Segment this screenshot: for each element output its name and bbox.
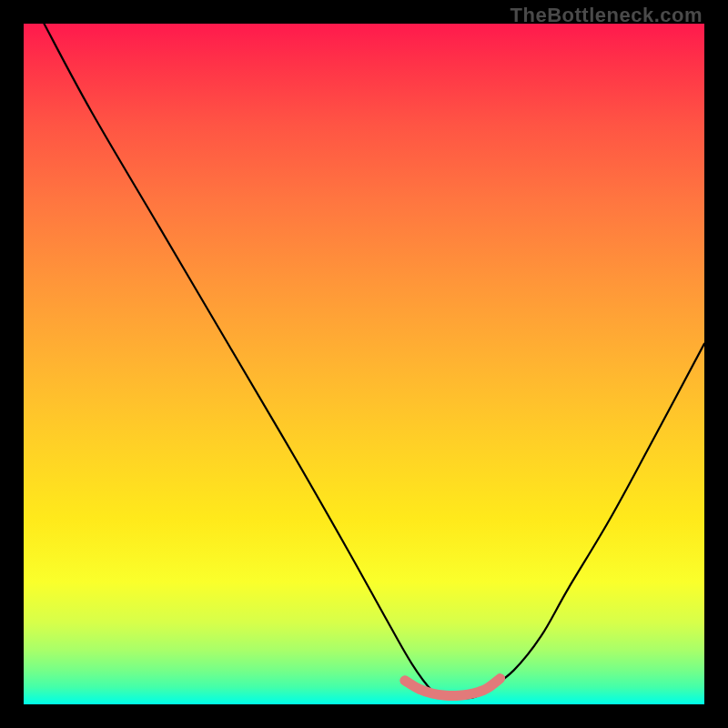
bottleneck-curve [44,24,704,698]
plot-area [24,24,704,704]
chart-svg [24,24,704,704]
chart-frame: TheBottleneck.com [0,0,728,728]
watermark-text: TheBottleneck.com [511,4,703,27]
optimal-band [405,679,500,696]
